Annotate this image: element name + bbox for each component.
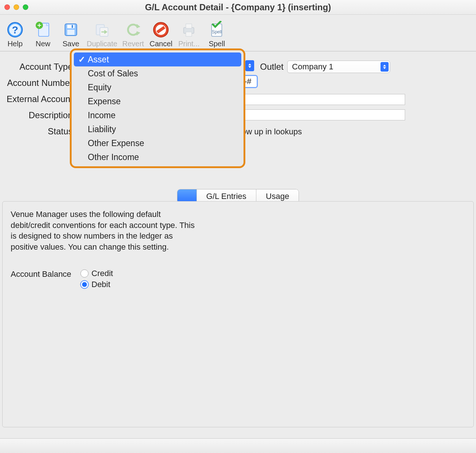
account-balance-label: Account Balance — [11, 269, 80, 279]
spell-label: Spell — [209, 40, 225, 48]
svg-rect-20 — [186, 24, 192, 28]
revert-button: Revert — [121, 19, 145, 48]
dropdown-item-other-income[interactable]: Other Income — [74, 150, 241, 164]
spell-button[interactable]: Spell Spell — [205, 19, 229, 48]
outlet-select-value: Company 1 — [292, 62, 333, 72]
revert-icon — [122, 19, 144, 40]
outlet-label: Outlet — [260, 62, 287, 72]
svg-marker-14 — [137, 24, 140, 28]
account-type-dropdown[interactable]: Asset Cost of Sales Equity Expense Incom… — [70, 48, 245, 168]
dropdown-item-expense[interactable]: Expense — [74, 94, 241, 108]
external-account-label: External Account — [3, 94, 76, 104]
svg-rect-9 — [67, 25, 75, 28]
spell-icon: Spell — [206, 19, 227, 40]
dropdown-item-income[interactable]: Income — [74, 108, 241, 122]
account-type-label: Account Type — [3, 62, 76, 72]
account-number-input[interactable] — [244, 77, 256, 86]
print-button: Print... — [177, 19, 201, 48]
new-button[interactable]: New — [31, 19, 55, 48]
svg-marker-15 — [137, 31, 140, 36]
svg-rect-7 — [39, 23, 40, 27]
panel-info-text: Venue Manager uses the following default… — [11, 209, 202, 253]
toolbar: ? Help New Save Duplicate Revert Cancel — [0, 15, 476, 51]
svg-rect-11 — [67, 30, 75, 35]
dropdown-item-cost-of-sales[interactable]: Cost of Sales — [74, 66, 241, 80]
svg-rect-10 — [72, 25, 73, 28]
zoom-window-button[interactable] — [23, 4, 28, 10]
cancel-icon — [150, 19, 172, 40]
save-label: Save — [62, 40, 79, 48]
dropdown-item-liability[interactable]: Liability — [74, 122, 241, 136]
description-input[interactable] — [242, 109, 405, 120]
balance-credit-radio[interactable]: Credit — [80, 269, 113, 278]
dropdown-item-equity[interactable]: Equity — [74, 80, 241, 94]
balance-debit-label: Debit — [91, 280, 110, 289]
help-button[interactable]: ? Help — [3, 19, 27, 48]
print-label: Print... — [178, 40, 199, 48]
radio-icon — [80, 280, 89, 289]
status-label: Status — [3, 126, 76, 137]
new-icon — [32, 19, 54, 40]
status-text: ow up in lookups — [242, 127, 302, 137]
svg-rect-21 — [186, 32, 192, 36]
dropdown-item-asset[interactable]: Asset — [74, 52, 241, 66]
minimize-window-button[interactable] — [14, 4, 19, 10]
outlet-select[interactable]: Company 1 — [287, 61, 390, 73]
external-account-input[interactable] — [242, 94, 405, 105]
window-title: G/L Account Detail - {Company 1} (insert… — [0, 2, 476, 12]
cancel-label: Cancel — [149, 40, 172, 48]
save-button[interactable]: Save — [59, 19, 83, 48]
print-icon — [178, 19, 199, 40]
radio-icon — [80, 269, 89, 278]
revert-label: Revert — [122, 40, 144, 48]
svg-text:Spell: Spell — [212, 29, 222, 35]
window-controls — [4, 4, 28, 10]
cancel-button[interactable]: Cancel — [149, 19, 173, 48]
dropdown-item-other-expense[interactable]: Other Expense — [74, 136, 241, 150]
save-icon — [60, 19, 82, 40]
svg-text:?: ? — [12, 24, 18, 36]
account-number-label: Account Number — [3, 78, 76, 88]
help-label: Help — [7, 40, 22, 48]
chevron-updown-icon — [381, 62, 389, 72]
duplicate-button: Duplicate — [87, 19, 117, 48]
statusbar — [0, 438, 476, 453]
description-label: Description — [3, 110, 76, 120]
account-type-select-caret[interactable] — [245, 60, 254, 71]
titlebar: G/L Account Detail - {Company 1} (insert… — [0, 0, 476, 15]
balance-credit-label: Credit — [91, 269, 113, 278]
help-icon: ? — [4, 19, 26, 40]
new-label: New — [36, 40, 50, 48]
close-window-button[interactable] — [4, 4, 10, 10]
balance-debit-radio[interactable]: Debit — [80, 280, 113, 289]
duplicate-label: Duplicate — [87, 40, 117, 48]
settings-panel: Venue Manager uses the following default… — [2, 201, 474, 427]
duplicate-icon — [91, 19, 113, 40]
